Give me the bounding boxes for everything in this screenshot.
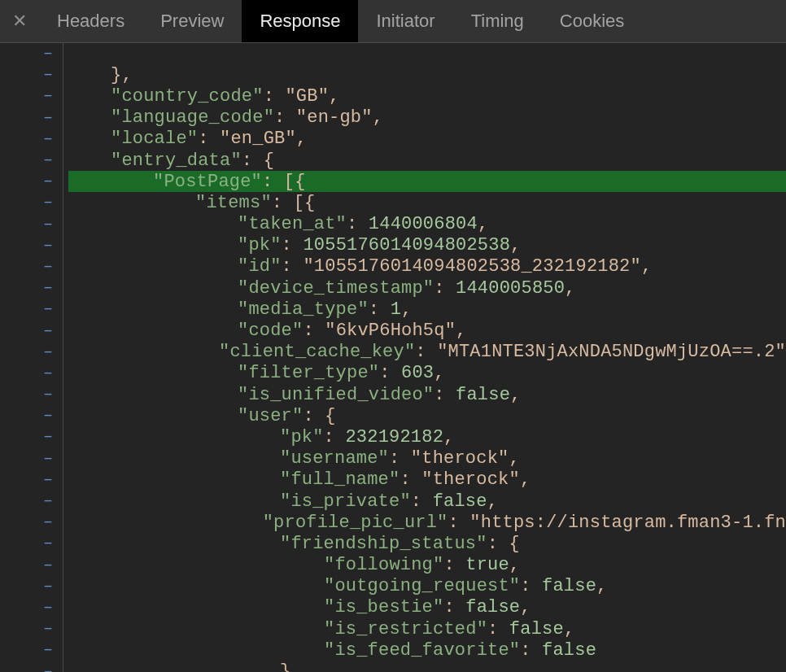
- token-pun: :: [400, 469, 421, 490]
- response-body[interactable]: },"country_code": "GB","language_code": …: [63, 43, 786, 672]
- token-key: "friendship_status": [280, 534, 487, 554]
- code-line[interactable]: "is_restricted": false,: [68, 618, 786, 639]
- collapse-icon: –: [43, 194, 53, 211]
- token-key: "is_feed_favorite": [324, 640, 520, 661]
- token-pun: ,: [510, 235, 521, 255]
- code-line[interactable]: "outgoing_request": false,: [68, 576, 786, 597]
- token-key: "filter_type": [238, 363, 379, 383]
- fold-toggle[interactable]: –: [0, 639, 63, 661]
- fold-toggle[interactable]: –: [0, 491, 63, 512]
- fold-toggle[interactable]: –: [0, 342, 63, 363]
- fold-toggle[interactable]: –: [0, 129, 63, 150]
- code-line[interactable]: },: [68, 661, 786, 672]
- collapse-icon: –: [43, 365, 53, 382]
- code-line[interactable]: "language_code": "en-gb",: [68, 107, 786, 129]
- code-line[interactable]: "full_name": "therock",: [68, 469, 786, 491]
- token-pun: :: [264, 86, 286, 107]
- code-line[interactable]: "taken_at": 1440006804,: [68, 214, 786, 235]
- code-line[interactable]: },: [68, 64, 786, 85]
- code-line[interactable]: "PostPage": [{: [68, 171, 786, 192]
- tab-preview[interactable]: Preview: [142, 0, 242, 42]
- code-line[interactable]: "device_timestamp": 1440005850,: [68, 277, 786, 299]
- fold-toggle[interactable]: –: [0, 384, 63, 405]
- tab-initiator[interactable]: Initiator: [358, 0, 452, 42]
- fold-toggle[interactable]: –: [0, 107, 63, 129]
- code-line[interactable]: "media_type": 1,: [68, 299, 786, 320]
- collapse-icon: –: [43, 301, 53, 317]
- code-line[interactable]: "friendship_status": {: [68, 533, 786, 554]
- code-line[interactable]: "profile_pic_url": "https://instagram.fm…: [68, 512, 786, 533]
- code-line[interactable]: "filter_type": 603,: [68, 363, 786, 384]
- fold-toggle[interactable]: –: [0, 448, 63, 469]
- fold-toggle[interactable]: –: [0, 618, 63, 639]
- code-line[interactable]: "items": [{: [68, 192, 786, 213]
- fold-toggle[interactable]: –: [0, 533, 63, 554]
- fold-toggle[interactable]: –: [0, 64, 63, 85]
- token-bool: false: [542, 640, 596, 661]
- code-line[interactable]: "username": "therock",: [68, 448, 786, 469]
- token-pun: ,: [434, 363, 444, 383]
- token-key: "PostPage": [153, 172, 262, 192]
- tab-headers[interactable]: Headers: [39, 0, 142, 42]
- fold-toggle[interactable]: –: [0, 256, 63, 277]
- code-line[interactable]: "is_feed_favorite": false: [68, 639, 786, 661]
- collapse-icon: –: [43, 621, 53, 637]
- fold-toggle[interactable]: –: [0, 661, 63, 672]
- fold-toggle[interactable]: –: [0, 576, 63, 597]
- collapse-icon: –: [43, 67, 53, 83]
- tab-timing[interactable]: Timing: [453, 0, 542, 42]
- code-line[interactable]: "pk": 1055176014094802538,: [68, 235, 786, 256]
- code-line[interactable]: "country_code": "GB",: [68, 85, 786, 107]
- code-line[interactable]: "is_private": false,: [68, 491, 786, 512]
- tab-response[interactable]: Response: [242, 0, 358, 42]
- fold-toggle[interactable]: –: [0, 277, 63, 299]
- code-line[interactable]: "locale": "en_GB",: [68, 129, 786, 150]
- fold-toggle[interactable]: –: [0, 320, 63, 341]
- fold-gutter[interactable]: ––––––––––––––––––––––––––––––: [0, 43, 63, 672]
- fold-toggle[interactable]: –: [0, 192, 63, 213]
- code-line[interactable]: "client_cache_key": "MTA1NTE3NjAxNDA5NDg…: [68, 342, 786, 363]
- fold-toggle[interactable]: –: [0, 85, 63, 107]
- fold-toggle[interactable]: –: [0, 363, 63, 384]
- code-line[interactable]: "following": true,: [68, 555, 786, 576]
- code-line[interactable]: [68, 43, 786, 64]
- code-line[interactable]: "user": {: [68, 405, 786, 426]
- code-line[interactable]: "is_unified_video": false,: [68, 384, 786, 405]
- token-pun: },: [111, 65, 133, 85]
- code-line[interactable]: "is_bestie": false,: [68, 597, 786, 618]
- token-pun: ,: [509, 448, 519, 469]
- collapse-icon: –: [43, 493, 53, 509]
- network-tabs: ✕ Headers Preview Response Initiator Tim…: [0, 0, 786, 43]
- collapse-icon: –: [43, 46, 53, 62]
- close-icon[interactable]: ✕: [0, 0, 39, 42]
- token-key: "pk": [280, 427, 324, 447]
- fold-toggle[interactable]: –: [0, 426, 63, 447]
- token-pun: ,: [565, 278, 575, 299]
- code-line[interactable]: "pk": 232192182,: [68, 426, 786, 447]
- token-pun: },: [280, 661, 302, 672]
- fold-toggle[interactable]: –: [0, 299, 63, 320]
- fold-toggle[interactable]: –: [0, 235, 63, 256]
- collapse-icon: –: [43, 429, 53, 445]
- fold-toggle[interactable]: –: [0, 171, 63, 192]
- fold-toggle[interactable]: –: [0, 214, 63, 235]
- fold-toggle[interactable]: –: [0, 150, 63, 171]
- fold-toggle[interactable]: –: [0, 555, 63, 576]
- tab-cookies[interactable]: Cookies: [542, 0, 642, 42]
- token-pun: : [{: [272, 193, 316, 213]
- code-line[interactable]: "entry_data": {: [68, 150, 786, 171]
- token-str: "en_GB": [220, 129, 296, 149]
- token-key: "code": [238, 321, 303, 341]
- code-line[interactable]: "id": "1055176014094802538_232192182",: [68, 256, 786, 277]
- fold-toggle[interactable]: –: [0, 469, 63, 491]
- collapse-icon: –: [43, 600, 53, 616]
- fold-toggle[interactable]: –: [0, 405, 63, 426]
- fold-toggle[interactable]: –: [0, 43, 63, 64]
- token-key: "following": [324, 555, 443, 575]
- token-pun: :: [379, 363, 401, 383]
- fold-toggle[interactable]: –: [0, 512, 63, 533]
- code-line[interactable]: "code": "6kvP6Hoh5q",: [68, 320, 786, 341]
- fold-toggle[interactable]: –: [0, 597, 63, 618]
- collapse-icon: –: [43, 280, 53, 296]
- token-pun: : {: [303, 406, 335, 426]
